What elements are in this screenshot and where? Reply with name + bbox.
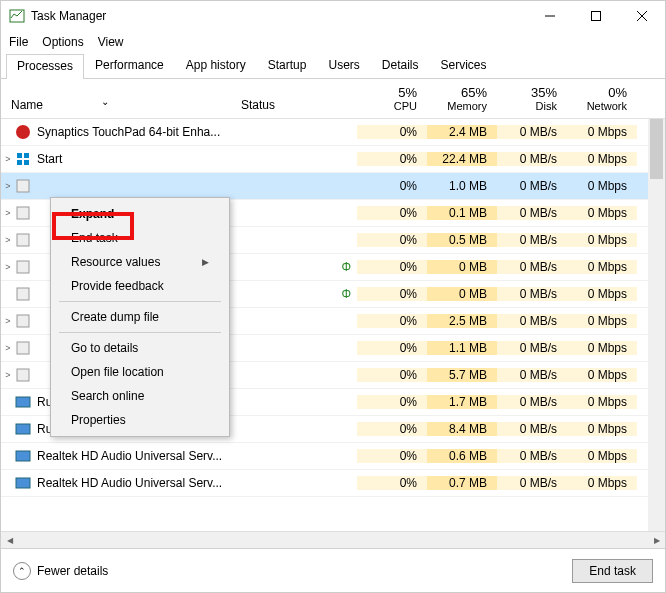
close-button[interactable] bbox=[619, 1, 665, 31]
memory-cell: 0.5 MB bbox=[427, 233, 497, 247]
menu-file[interactable]: File bbox=[9, 35, 28, 49]
header-memory[interactable]: 65% Memory bbox=[427, 85, 497, 118]
network-cell: 0 Mbps bbox=[567, 233, 637, 247]
header-network[interactable]: 0% Network bbox=[567, 85, 637, 118]
header-cpu[interactable]: 5% CPU bbox=[357, 85, 427, 118]
cpu-cell: 0% bbox=[357, 341, 427, 355]
horizontal-scrollbar[interactable]: ◀ ▶ bbox=[1, 531, 665, 548]
svg-rect-16 bbox=[17, 342, 29, 354]
tab-performance[interactable]: Performance bbox=[84, 53, 175, 78]
process-name: Synaptics TouchPad 64-bit Enha... bbox=[37, 125, 241, 139]
tab-processes[interactable]: Processes bbox=[6, 54, 84, 79]
disk-cell: 0 MB/s bbox=[497, 179, 567, 193]
memory-cell: 2.5 MB bbox=[427, 314, 497, 328]
column-headers: Name ⌄ Status 5% CPU 65% Memory 35% Disk… bbox=[1, 79, 665, 119]
menu-item-open-file-location[interactable]: Open file location bbox=[51, 360, 229, 384]
svg-rect-19 bbox=[16, 424, 30, 434]
menu-item-label: Open file location bbox=[71, 365, 164, 379]
titlebar: Task Manager bbox=[1, 1, 665, 31]
menu-item-create-dump-file[interactable]: Create dump file bbox=[51, 305, 229, 329]
expand-chevron-icon[interactable]: > bbox=[1, 154, 15, 164]
svg-rect-18 bbox=[16, 397, 30, 407]
process-row[interactable]: Realtek HD Audio Universal Serv...0%0.7 … bbox=[1, 470, 665, 497]
network-cell: 0 Mbps bbox=[567, 395, 637, 409]
menu-item-go-to-details[interactable]: Go to details bbox=[51, 336, 229, 360]
submenu-arrow-icon: ▶ bbox=[202, 257, 209, 267]
expand-chevron-icon[interactable]: > bbox=[1, 235, 15, 245]
menu-options[interactable]: Options bbox=[42, 35, 83, 49]
menu-item-properties[interactable]: Properties bbox=[51, 408, 229, 432]
header-disk[interactable]: 35% Disk bbox=[497, 85, 567, 118]
memory-cell: 0.6 MB bbox=[427, 449, 497, 463]
memory-cell: 22.4 MB bbox=[427, 152, 497, 166]
app-icon bbox=[9, 8, 25, 24]
cpu-cell: 0% bbox=[357, 125, 427, 139]
svg-rect-21 bbox=[16, 478, 30, 488]
svg-rect-14 bbox=[17, 288, 29, 300]
expand-chevron-icon[interactable]: > bbox=[1, 370, 15, 380]
process-icon bbox=[15, 394, 31, 410]
memory-cell: 1.7 MB bbox=[427, 395, 497, 409]
svg-rect-13 bbox=[17, 261, 29, 273]
tab-startup[interactable]: Startup bbox=[257, 53, 318, 78]
disk-cell: 0 MB/s bbox=[497, 395, 567, 409]
menu-item-search-online[interactable]: Search online bbox=[51, 384, 229, 408]
svg-rect-9 bbox=[24, 160, 29, 165]
svg-rect-12 bbox=[17, 234, 29, 246]
disk-cell: 0 MB/s bbox=[497, 341, 567, 355]
tab-app-history[interactable]: App history bbox=[175, 53, 257, 78]
menu-item-expand[interactable]: Expand bbox=[51, 202, 229, 226]
tab-services[interactable]: Services bbox=[430, 53, 498, 78]
leaf-icon: Φ bbox=[341, 287, 351, 301]
process-row[interactable]: >Start0%22.4 MB0 MB/s0 Mbps bbox=[1, 146, 665, 173]
memory-cell: 8.4 MB bbox=[427, 422, 497, 436]
process-row[interactable]: Synaptics TouchPad 64-bit Enha...0%2.4 M… bbox=[1, 119, 665, 146]
tab-users[interactable]: Users bbox=[317, 53, 370, 78]
expand-chevron-icon[interactable]: > bbox=[1, 181, 15, 191]
header-name[interactable]: Name ⌄ bbox=[1, 98, 241, 118]
process-row[interactable]: >0%1.0 MB0 MB/s0 Mbps bbox=[1, 173, 665, 200]
process-icon bbox=[15, 232, 31, 248]
cpu-cell: 0% bbox=[357, 152, 427, 166]
leaf-icon: Φ bbox=[341, 260, 351, 274]
network-cell: 0 Mbps bbox=[567, 314, 637, 328]
disk-cell: 0 MB/s bbox=[497, 125, 567, 139]
memory-cell: 0 MB bbox=[427, 260, 497, 274]
scroll-right-icon[interactable]: ▶ bbox=[648, 532, 665, 549]
menu-item-label: Properties bbox=[71, 413, 126, 427]
network-cell: 0 Mbps bbox=[567, 287, 637, 301]
process-icon bbox=[15, 367, 31, 383]
svg-rect-11 bbox=[17, 207, 29, 219]
network-cell: 0 Mbps bbox=[567, 368, 637, 382]
expand-chevron-icon[interactable]: > bbox=[1, 316, 15, 326]
svg-rect-20 bbox=[16, 451, 30, 461]
cpu-cell: 0% bbox=[357, 260, 427, 274]
process-row[interactable]: Realtek HD Audio Universal Serv...0%0.6 … bbox=[1, 443, 665, 470]
menu-view[interactable]: View bbox=[98, 35, 124, 49]
network-cell: 0 Mbps bbox=[567, 449, 637, 463]
cpu-cell: 0% bbox=[357, 206, 427, 220]
scrollbar-thumb[interactable] bbox=[650, 119, 663, 179]
scroll-left-icon[interactable]: ◀ bbox=[1, 532, 18, 549]
end-task-button[interactable]: End task bbox=[572, 559, 653, 583]
vertical-scrollbar[interactable] bbox=[648, 119, 665, 531]
expand-chevron-icon[interactable]: > bbox=[1, 343, 15, 353]
expand-chevron-icon[interactable]: > bbox=[1, 262, 15, 272]
disk-cell: 0 MB/s bbox=[497, 449, 567, 463]
process-icon bbox=[15, 151, 31, 167]
menu-item-label: Provide feedback bbox=[71, 279, 164, 293]
menu-item-resource-values[interactable]: Resource values▶ bbox=[51, 250, 229, 274]
fewer-details-button[interactable]: ⌃ Fewer details bbox=[13, 562, 108, 580]
cpu-cell: 0% bbox=[357, 233, 427, 247]
minimize-button[interactable] bbox=[527, 1, 573, 31]
menu-item-provide-feedback[interactable]: Provide feedback bbox=[51, 274, 229, 298]
cpu-cell: 0% bbox=[357, 287, 427, 301]
tab-details[interactable]: Details bbox=[371, 53, 430, 78]
maximize-button[interactable] bbox=[573, 1, 619, 31]
process-icon bbox=[15, 313, 31, 329]
header-status[interactable]: Status bbox=[241, 98, 357, 118]
menu-item-label: Expand bbox=[71, 207, 114, 221]
menu-item-end-task[interactable]: End task bbox=[51, 226, 229, 250]
process-icon bbox=[15, 205, 31, 221]
expand-chevron-icon[interactable]: > bbox=[1, 208, 15, 218]
